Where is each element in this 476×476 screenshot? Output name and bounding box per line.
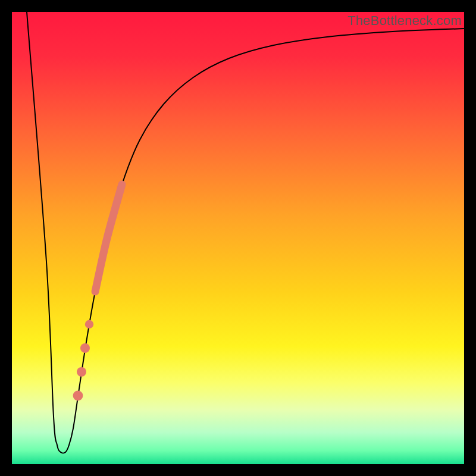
bottleneck-curve xyxy=(27,12,464,453)
highlight-segment xyxy=(95,184,122,292)
curve-layer xyxy=(12,12,464,464)
highlight-dot xyxy=(80,343,90,353)
highlight-dot xyxy=(85,320,93,328)
plot-area xyxy=(12,12,464,464)
highlight-dot xyxy=(73,391,83,401)
watermark-label: TheBottleneck.com xyxy=(347,13,462,29)
highlight-dot xyxy=(77,367,86,377)
chart-frame: TheBottleneck.com xyxy=(0,0,476,476)
